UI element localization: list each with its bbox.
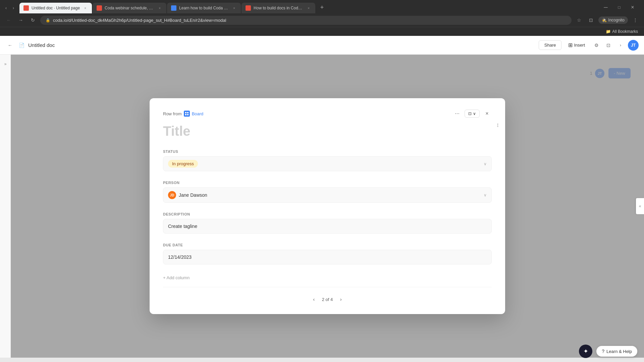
back-nav-button[interactable]: ← bbox=[5, 41, 15, 50]
app-body: » 1 JT - New bbox=[0, 55, 644, 358]
pagination-prev-button[interactable]: ‹ bbox=[310, 295, 318, 303]
insert-label: Insert bbox=[574, 43, 585, 48]
pagination-text: 2 of 4 bbox=[322, 297, 333, 302]
incognito-badge: 🕵 Incognito bbox=[598, 16, 628, 24]
pagination-next-button[interactable]: › bbox=[337, 295, 345, 303]
due-date-label: DUE DATE bbox=[163, 243, 492, 247]
help-label: Learn & Help bbox=[606, 349, 632, 354]
tab-close-4[interactable]: × bbox=[306, 5, 311, 11]
tab-close-3[interactable]: × bbox=[231, 5, 237, 11]
add-column-button[interactable]: + Add column bbox=[163, 274, 492, 282]
address-bar[interactable]: 🔒 coda.io/d/Untitled-doc_dk4MaGh2h6p/Unt… bbox=[40, 16, 572, 25]
address-text: coda.io/d/Untitled-doc_dk4MaGh2h6p/Untit… bbox=[53, 18, 226, 23]
status-field[interactable]: In progress ∨ bbox=[163, 156, 492, 171]
tab-favicon-4 bbox=[246, 5, 251, 11]
menu-icon[interactable]: ⋮ bbox=[631, 15, 640, 25]
person-info: JD Jane Dawson bbox=[168, 191, 207, 199]
tab-howto[interactable]: How to build docs in Coda, cre... × bbox=[241, 3, 315, 13]
incognito-label: Incognito bbox=[608, 18, 625, 22]
board-link[interactable]: Board bbox=[192, 111, 204, 116]
toolbar-actions: ☆ ⊡ 🕵 Incognito ⋮ bbox=[574, 15, 640, 25]
bottom-bar: ✦ ? Learn & Help bbox=[572, 341, 644, 362]
modal-header: Row from Board ⋯ ⊡ ∨ × bbox=[163, 109, 492, 118]
description-field[interactable]: Create tagline bbox=[163, 219, 492, 234]
help-button[interactable]: ? Learn & Help bbox=[596, 346, 637, 357]
tab-favicon-3 bbox=[171, 5, 176, 11]
doc-title: Untitled doc bbox=[28, 42, 55, 48]
tab-title-3: Learn how to build Coda docs... bbox=[179, 6, 229, 10]
status-badge: In progress bbox=[168, 160, 198, 168]
modal-title[interactable]: Title bbox=[163, 124, 492, 139]
person-name: Jane Dawson bbox=[179, 192, 207, 198]
insert-button[interactable]: ⊞ Insert bbox=[564, 40, 589, 50]
tab-close-2[interactable]: × bbox=[157, 5, 162, 11]
star-icon[interactable]: ☆ bbox=[574, 15, 584, 25]
reload-button[interactable]: ↻ bbox=[28, 15, 38, 25]
row-from-label: Row from bbox=[163, 111, 182, 116]
sidebar-toggle-button[interactable]: » bbox=[1, 60, 9, 68]
tab-nav-prev[interactable]: ‹ bbox=[3, 5, 9, 11]
main-content: 1 JT - New Row from bbox=[11, 55, 644, 358]
settings-button[interactable]: ⚙ bbox=[592, 41, 601, 50]
tab-learn[interactable]: Learn how to build Coda docs... × bbox=[167, 3, 241, 13]
description-text: Create tagline bbox=[168, 224, 197, 229]
new-tab-button[interactable]: + bbox=[317, 3, 327, 12]
date-text: 12/14/2023 bbox=[168, 254, 192, 260]
tab-title-4: How to build docs in Coda, cre... bbox=[254, 6, 303, 10]
app-header: ← 📄 Untitled doc Share ⊞ Insert ⚙ ⊡ › JT bbox=[0, 36, 644, 55]
share-button[interactable]: Share bbox=[539, 40, 562, 50]
description-field-group: DESCRIPTION Create tagline bbox=[163, 212, 492, 234]
ai-icon: ✦ bbox=[583, 348, 588, 355]
bookmark-folder-icon: 📁 bbox=[606, 29, 611, 34]
forward-button[interactable]: → bbox=[16, 15, 25, 25]
svg-rect-0 bbox=[185, 112, 186, 113]
browser-toolbar: ← → ↻ 🔒 coda.io/d/Untitled-doc_dk4MaGh2h… bbox=[0, 13, 644, 27]
tab-close-1[interactable]: × bbox=[83, 5, 88, 11]
close-window-button[interactable]: × bbox=[628, 3, 637, 12]
view-icon: ⊡ bbox=[468, 111, 472, 116]
modal-actions: ⋯ ⊡ ∨ × bbox=[452, 109, 492, 118]
insert-icon: ⊞ bbox=[568, 42, 573, 48]
due-date-field[interactable]: 12/14/2023 bbox=[163, 250, 492, 264]
view-options-button[interactable]: ⊡ ∨ bbox=[465, 110, 480, 118]
more-options-button[interactable]: ⋯ bbox=[452, 109, 462, 118]
expand-mode-button[interactable]: › bbox=[616, 41, 625, 50]
modal-overlay[interactable]: Row from Board ⋯ ⊡ ∨ × bbox=[11, 55, 644, 358]
mode-button[interactable]: ⊡ bbox=[604, 41, 613, 50]
ai-assistant-button[interactable]: ✦ bbox=[579, 345, 592, 358]
person-label: PERSON bbox=[163, 181, 492, 185]
tab-favicon-2 bbox=[97, 5, 102, 11]
tab-webinar[interactable]: Coda webinar schedule, regist... × bbox=[93, 3, 166, 13]
incognito-icon: 🕵 bbox=[602, 18, 607, 22]
header-actions: Share ⊞ Insert ⚙ ⊡ › JT bbox=[539, 40, 639, 51]
header-left: ← 📄 Untitled doc bbox=[5, 41, 55, 50]
tab-title: Untitled doc · Untitled page bbox=[32, 6, 80, 10]
help-icon: ? bbox=[602, 349, 604, 354]
row-detail-modal: Row from Board ⋯ ⊡ ∨ × bbox=[150, 98, 505, 314]
bookmarks-bar: 📁 All Bookmarks bbox=[0, 27, 644, 36]
due-date-field-group: DUE DATE 12/14/2023 bbox=[163, 243, 492, 264]
app: ← 📄 Untitled doc Share ⊞ Insert ⚙ ⊡ › JT… bbox=[0, 36, 644, 358]
back-button[interactable]: ← bbox=[4, 15, 13, 25]
svg-rect-2 bbox=[185, 114, 186, 115]
board-icon bbox=[184, 111, 190, 117]
minimize-button[interactable]: ─ bbox=[601, 3, 610, 12]
doc-icon: 📄 bbox=[17, 41, 25, 49]
status-chevron-icon: ∨ bbox=[484, 162, 487, 166]
all-bookmarks[interactable]: 📁 All Bookmarks bbox=[604, 28, 640, 35]
modal-close-button[interactable]: × bbox=[482, 109, 492, 118]
bookmarks-label: All Bookmarks bbox=[612, 29, 638, 34]
user-avatar[interactable]: JT bbox=[628, 40, 639, 51]
tab-untitled-doc[interactable]: Untitled doc · Untitled page × bbox=[19, 3, 92, 13]
modal-pagination: ‹ 2 of 4 › bbox=[163, 287, 492, 303]
profile-icon[interactable]: ⊡ bbox=[586, 15, 596, 25]
expand-icon[interactable]: ⤢ bbox=[494, 122, 501, 128]
description-label: DESCRIPTION bbox=[163, 212, 492, 216]
right-panel-toggle[interactable]: « bbox=[636, 198, 644, 214]
status-label: STATUS bbox=[163, 149, 492, 154]
person-field[interactable]: JD Jane Dawson ∨ bbox=[163, 187, 492, 203]
svg-rect-1 bbox=[187, 112, 189, 113]
tab-nav-next[interactable]: › bbox=[10, 5, 17, 11]
maximize-button[interactable]: □ bbox=[614, 3, 624, 12]
person-field-group: PERSON JD Jane Dawson ∨ bbox=[163, 181, 492, 203]
